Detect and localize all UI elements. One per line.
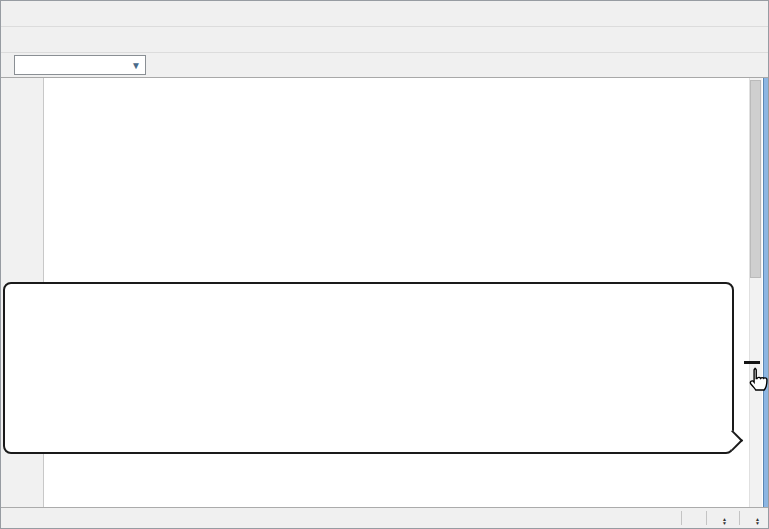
spinner-arrows-icon: ▲▼	[755, 517, 760, 525]
connection-bar: ▼	[1, 53, 768, 78]
sql-editor-window: ▼ ▲▼ ▲▼	[0, 0, 769, 529]
status-separator	[681, 511, 682, 525]
spinner-arrows-icon: ▲▼	[722, 517, 727, 525]
encoding-selector[interactable]: ▲▼	[752, 511, 760, 525]
vertical-scrollbar-thumb[interactable]	[750, 80, 761, 278]
status-separator	[739, 511, 740, 525]
editor-right-strip	[763, 78, 768, 507]
chevron-down-icon: ▼	[131, 60, 141, 71]
spid-info	[214, 58, 220, 73]
line-ending-selector[interactable]: ▲▼	[719, 511, 727, 525]
username-info	[190, 58, 196, 73]
sql-code-editor[interactable]	[1, 78, 768, 507]
bookmark-marker-tick[interactable]	[744, 361, 760, 364]
database-select[interactable]: ▼	[14, 55, 146, 75]
status-separator	[706, 511, 707, 525]
code-preview-popup	[3, 282, 734, 454]
mouse-hand-cursor	[746, 366, 768, 395]
file-toolbar	[1, 1, 768, 27]
execute-toolbar	[1, 27, 768, 53]
status-bar: ▲▼ ▲▼	[1, 507, 768, 528]
schema-info	[166, 58, 172, 73]
